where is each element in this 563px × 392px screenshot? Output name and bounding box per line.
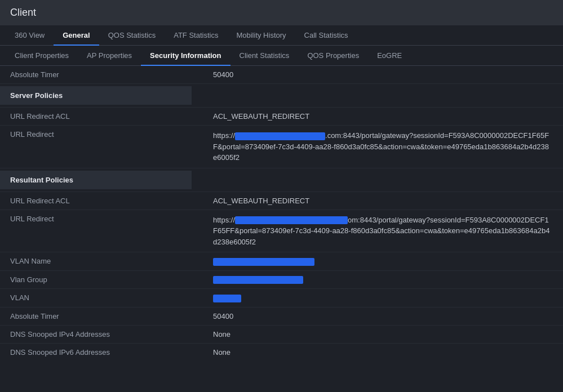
value-dns-ipv4: None	[213, 330, 553, 338]
value-vlan-name	[213, 257, 553, 266]
label-server-url-redirect-acl: URL Redirect ACL	[10, 112, 213, 121]
label-server-url-redirect: URL Redirect	[10, 130, 213, 139]
resultant-policies-header-row: Resultant Policies	[0, 168, 563, 192]
value-server-url-redirect-acl: ACL_WEBAUTH_REDIRECT	[213, 112, 553, 121]
tab-atf-statistics[interactable]: ATF Statistics	[165, 25, 227, 45]
resultant-policies-header: Resultant Policies	[0, 171, 192, 189]
label-resultant-url-redirect: URL Redirect	[10, 215, 213, 223]
redacted-vlan-name	[213, 258, 314, 266]
row-dns-ipv6: DNS Snooped IPv6 Addresses None	[0, 344, 563, 361]
label-vlan-group: Vlan Group	[10, 275, 213, 284]
value-vlan	[213, 293, 553, 302]
label-vlan-name: VLAN Name	[10, 257, 213, 265]
tab-360view[interactable]: 360 View	[6, 25, 54, 45]
value-vlan-group	[213, 275, 553, 284]
row-resultant-url-redirect: URL Redirect https://om:8443/portal/gate…	[0, 210, 563, 253]
server-policies-header-row: Server Policies	[0, 84, 563, 108]
redacted-vlan	[213, 295, 241, 302]
row-resultant-url-redirect-acl: URL Redirect ACL ACL_WEBAUTH_REDIRECT	[0, 192, 563, 210]
subtab-client-statistics[interactable]: Client Statistics	[230, 46, 299, 65]
tab-general[interactable]: General	[54, 25, 99, 45]
row-absolute-timer-top: Absolute Timer 50400	[0, 66, 563, 84]
label-vlan: VLAN	[10, 293, 213, 302]
subtab-eogre[interactable]: EoGRE	[368, 46, 411, 65]
main-tab-row: 360 View General QOS Statistics ATF Stat…	[0, 25, 563, 46]
subtab-ap-properties[interactable]: AP Properties	[78, 46, 141, 65]
subtab-security-information[interactable]: Security Information	[141, 46, 230, 65]
label-absolute-timer-top: Absolute Timer	[10, 70, 213, 79]
row-server-url-redirect: URL Redirect https://.com:8443/portal/ga…	[0, 126, 563, 168]
redacted-resultant-url	[235, 216, 348, 224]
subtab-qos-properties[interactable]: QOS Properties	[298, 46, 368, 65]
redacted-server-url	[235, 132, 325, 140]
subtab-client-properties[interactable]: Client Properties	[6, 46, 78, 65]
row-dns-ipv4: DNS Snooped IPv4 Addresses None	[0, 326, 563, 344]
title-bar: Client	[0, 0, 563, 25]
redacted-vlan-group	[213, 276, 303, 284]
label-resultant-url-redirect-acl: URL Redirect ACL	[10, 197, 213, 205]
tab-call-statistics[interactable]: Call Statistics	[295, 25, 357, 45]
value-absolute-timer-top: 50400	[213, 70, 553, 79]
label-dns-ipv6: DNS Snooped IPv6 Addresses	[10, 348, 213, 357]
row-server-url-redirect-acl: URL Redirect ACL ACL_WEBAUTH_REDIRECT	[0, 108, 563, 126]
row-vlan-group: Vlan Group	[0, 271, 563, 289]
value-dns-ipv6: None	[213, 348, 553, 357]
content-area: Absolute Timer 50400 Server Policies URL…	[0, 66, 563, 361]
value-resultant-url-redirect: https://om:8443/portal/gateway?sessionId…	[213, 215, 553, 248]
row-vlan: VLAN	[0, 289, 563, 308]
page-title: Client	[10, 7, 36, 19]
row-vlan-name: VLAN Name	[0, 252, 563, 271]
label-absolute-timer-resultant: Absolute Timer	[10, 312, 213, 320]
row-absolute-timer-resultant: Absolute Timer 50400	[0, 308, 563, 326]
tab-qos-statistics[interactable]: QOS Statistics	[99, 25, 165, 45]
value-resultant-url-redirect-acl: ACL_WEBAUTH_REDIRECT	[213, 197, 553, 205]
server-policies-header: Server Policies	[0, 86, 192, 105]
value-server-url-redirect: https://.com:8443/portal/gateway?session…	[213, 130, 553, 163]
value-absolute-timer-resultant: 50400	[213, 312, 553, 320]
label-dns-ipv4: DNS Snooped IPv4 Addresses	[10, 330, 213, 338]
tab-mobility-history[interactable]: Mobility History	[227, 25, 295, 45]
sub-tab-row: Client Properties AP Properties Security…	[0, 46, 563, 66]
